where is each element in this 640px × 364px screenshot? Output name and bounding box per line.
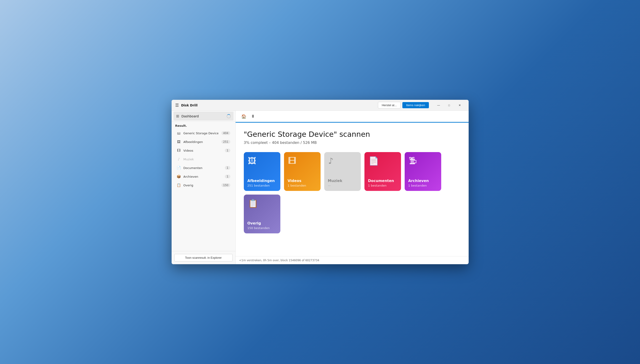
scan-title: "Generic Storage Device" scannen <box>244 130 460 138</box>
archieven-count: 1 <box>225 175 230 178</box>
items-nakijken-button[interactable]: Items nakijken <box>402 102 429 108</box>
sidebar-top: ⊞ Dashboard <box>172 111 235 122</box>
close-button[interactable]: ✕ <box>454 102 465 109</box>
content-toolbar: 🏠 ⏸ <box>236 111 469 123</box>
sidebar-nav-videos[interactable]: 🎞 Videos 1 <box>173 146 234 154</box>
videos-label: Videos <box>184 149 223 152</box>
card-archieven-label: Archieven <box>408 178 429 183</box>
toon-scanresult-button[interactable]: Toon scanresult. in Explorer <box>174 254 233 262</box>
card-muziek[interactable]: ♪ Muziek — <box>324 152 361 191</box>
card-documenten-count: 1 bestanden <box>368 184 387 187</box>
sidebar-nav-muziek[interactable]: ♪ Muziek <box>173 155 234 163</box>
documenten-label: Documenten <box>184 166 223 170</box>
sidebar-footer: Toon scanresult. in Explorer <box>172 251 235 264</box>
muziek-icon: ♪ <box>177 157 181 161</box>
card-muziek-icon: ♪ <box>328 156 334 166</box>
status-text: <1m verstreken, 0h 5m over, block 154609… <box>239 259 319 262</box>
content-footer: <1m verstreken, 0h 5m over, block 154609… <box>236 256 469 264</box>
card-videos[interactable]: 🎞 Videos 1 bestanden <box>284 152 321 191</box>
card-afbeeldingen-count: 251 bestanden <box>247 184 270 187</box>
minimize-button[interactable]: — <box>433 102 444 109</box>
card-archieven-count: 1 bestanden <box>408 184 427 187</box>
afbeeldingen-icon: 🖼 <box>177 140 181 144</box>
card-overig-count: 150 bestanden <box>247 226 270 230</box>
card-videos-label: Videos <box>288 178 301 183</box>
card-overig[interactable]: 📋 Overig 150 bestanden <box>244 194 280 234</box>
card-documenten[interactable]: 📄 Documenten 1 bestanden <box>364 152 401 191</box>
archieven-label: Archieven <box>184 175 223 178</box>
content-area: 🏠 ⏸ "Generic Storage Device" scannen 3% … <box>236 111 469 264</box>
storage-device-icon: 🖴 <box>177 131 181 135</box>
dashboard-label: Dashboard <box>181 114 224 118</box>
home-button[interactable]: 🏠 <box>239 112 248 121</box>
card-afbeeldingen[interactable]: 🖼 Afbeeldingen 251 bestanden <box>244 152 280 191</box>
category-cards-row: 🖼 Afbeeldingen 251 bestanden 🎞 Videos 1 … <box>244 152 460 234</box>
title-bar-left: ☰ Disk Drill <box>175 103 198 108</box>
videos-count: 1 <box>225 149 230 152</box>
card-videos-icon: 🎞 <box>288 156 296 166</box>
sidebar: ⊞ Dashboard Result. 🖴 Generic Storage De… <box>172 111 236 264</box>
sidebar-nav-archieven[interactable]: 📦 Archieven 1 <box>173 172 234 181</box>
card-afbeeldingen-icon: 🖼 <box>248 156 256 166</box>
sidebar-nav-overig[interactable]: 📋 Overig 150 <box>173 181 234 189</box>
card-documenten-label: Documenten <box>368 178 394 183</box>
sidebar-nav-documenten[interactable]: 📄 Documenten 1 <box>173 164 234 172</box>
herstel-button[interactable]: Herstel al... <box>378 102 401 108</box>
overig-count: 150 <box>221 183 230 187</box>
window-controls: — □ ✕ <box>433 102 465 109</box>
videos-icon: 🎞 <box>177 148 181 152</box>
card-overig-label: Overig <box>247 221 261 226</box>
card-muziek-label: Muziek <box>328 178 342 183</box>
result-label: Result. <box>172 122 235 129</box>
documenten-icon: 📄 <box>177 166 181 170</box>
card-afbeeldingen-label: Afbeeldingen <box>247 178 275 183</box>
afbeeldingen-count: 251 <box>221 140 230 144</box>
dashboard-grid-icon: ⊞ <box>176 114 179 118</box>
card-archieven[interactable]: 🗜 Archieven 1 bestanden <box>405 152 441 191</box>
documenten-count: 1 <box>225 166 230 170</box>
sidebar-nav-generic-storage[interactable]: 🖴 Generic Storage Device 404 <box>173 129 234 137</box>
storage-device-label: Generic Storage Device <box>184 132 219 135</box>
title-bar-actions: Herstel al... Items nakijken — □ ✕ <box>378 102 465 109</box>
card-documenten-icon: 📄 <box>369 156 379 166</box>
app-window: ☰ Disk Drill Herstel al... Items nakijke… <box>172 100 469 264</box>
card-archieven-icon: 🗜 <box>409 156 417 166</box>
sidebar-nav-afbeeldingen[interactable]: 🖼 Afbeeldingen 251 <box>173 138 234 146</box>
afbeeldingen-label: Afbeeldingen <box>184 140 219 144</box>
card-muziek-count: — <box>328 184 331 187</box>
card-videos-count: 1 bestanden <box>288 184 306 187</box>
scan-subtitle: 3% compleet – 404 bestanden / 526 MB <box>244 140 460 145</box>
overig-label: Overig <box>184 184 219 187</box>
hamburger-icon[interactable]: ☰ <box>175 103 179 108</box>
app-title: Disk Drill <box>181 104 198 107</box>
maximize-button[interactable]: □ <box>444 102 454 109</box>
storage-device-count: 404 <box>221 131 230 135</box>
card-overig-icon: 📋 <box>248 199 258 208</box>
loading-spinner <box>227 114 231 118</box>
pause-button[interactable]: ⏸ <box>248 112 258 121</box>
title-bar: ☰ Disk Drill Herstel al... Items nakijke… <box>172 100 469 111</box>
overig-icon: 📋 <box>177 183 181 187</box>
main-layout: ⊞ Dashboard Result. 🖴 Generic Storage De… <box>172 111 469 264</box>
archieven-icon: 📦 <box>177 174 181 178</box>
muziek-label: Muziek <box>184 158 230 161</box>
sidebar-dashboard-item[interactable]: ⊞ Dashboard <box>173 112 234 120</box>
content-body: "Generic Storage Device" scannen 3% comp… <box>236 123 469 256</box>
